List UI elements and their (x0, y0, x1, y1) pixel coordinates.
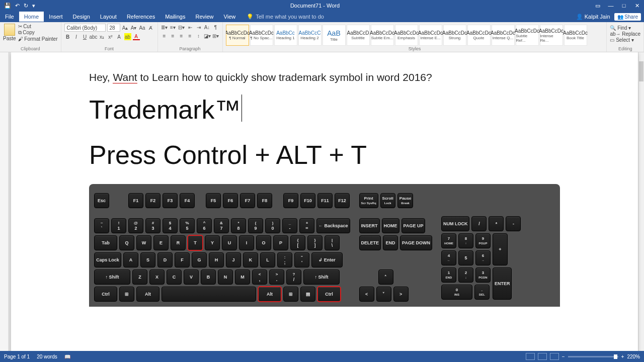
status-page[interactable]: Page 1 of 1 (4, 354, 30, 359)
sort-button[interactable]: A↓ (204, 24, 211, 31)
styles-gallery[interactable]: AaBbCcDc¶ NormalAaBbCcDc¶ No Spac...AaBb… (226, 24, 604, 46)
tab-file[interactable]: File (0, 12, 19, 22)
select-button[interactable]: ▭ Select ▾ (610, 37, 640, 43)
style-intense-q-[interactable]: AaBbCcDcIntense Q... (492, 25, 515, 46)
copy-button[interactable]: ⧉ Copy (18, 30, 58, 36)
justify-button[interactable]: ≡ (187, 32, 194, 39)
align-right-button[interactable]: ≡ (178, 32, 185, 39)
cut-button[interactable]: ✂ Cut (18, 24, 58, 29)
shading-button[interactable]: ◪▾ (204, 32, 211, 39)
style-subtle-ref-[interactable]: AaBbCcDcSubtle Ref... (516, 25, 539, 46)
superscript-button[interactable]: x² (107, 33, 114, 40)
document-text-press[interactable]: Press Control + ALT + T (89, 140, 560, 170)
user-name[interactable]: 👤 Kalpit Jain (576, 14, 610, 20)
style-subtle-em-[interactable]: AaBbCcDcSubtle Em... (371, 25, 394, 46)
key-1: 1END (441, 267, 456, 283)
numbering-button[interactable]: ≡▾ (170, 24, 177, 31)
document-page[interactable]: Hey, Want to Learn how to quickly show t… (11, 52, 638, 351)
underline-button[interactable]: U (82, 33, 89, 40)
read-mode-button[interactable] (526, 353, 535, 360)
tab-design[interactable]: Design (68, 12, 95, 22)
key-u: U (222, 235, 237, 250)
zoom-out-button[interactable]: − (562, 354, 565, 359)
key-8: *8 (231, 218, 246, 233)
key--: > (393, 287, 409, 302)
maximize-icon[interactable]: □ (620, 3, 628, 9)
vertical-scrollbar[interactable] (638, 52, 644, 351)
tab-review[interactable]: Review (191, 12, 219, 22)
grow-font-button[interactable]: A▴ (122, 24, 129, 31)
tab-home[interactable]: Home (19, 12, 44, 22)
tab-insert[interactable]: Insert (44, 12, 68, 22)
key--: / (471, 216, 487, 231)
font-color-button[interactable]: A (133, 33, 140, 40)
document-text-trademark[interactable]: Trademark™ (89, 95, 560, 125)
font-name-combo[interactable]: Calibri (Body) (64, 24, 106, 32)
key-0: )0 (265, 218, 280, 233)
replace-button[interactable]: ab→ Replace (610, 31, 640, 37)
bullets-button[interactable]: ≣▾ (161, 24, 168, 31)
keyboard-image: EscF1F2F3F4F5F6F7F8F9F10F11F12~`!1@2#3$4… (89, 184, 560, 307)
line-spacing-button[interactable]: ↕ (195, 32, 202, 39)
subscript-button[interactable]: x₂ (99, 33, 106, 40)
multilevel-button[interactable]: ⊟▾ (178, 24, 185, 31)
undo-icon[interactable]: ↶ (15, 3, 20, 9)
style-book-title[interactable]: AaBbCcDcBook Title (564, 25, 587, 46)
group-label-font: Font (64, 46, 154, 52)
style-strong[interactable]: AaBbCcDcStrong (443, 25, 466, 46)
shrink-font-button[interactable]: A▾ (130, 24, 137, 31)
zoom-slider[interactable] (568, 356, 618, 357)
highlight-button[interactable]: ab (124, 33, 131, 40)
increase-indent-button[interactable]: ⇥ (195, 24, 202, 31)
zoom-level[interactable]: 220% (627, 354, 640, 359)
document-text-line1[interactable]: Hey, Want to Learn how to quickly show t… (89, 71, 560, 83)
find-button[interactable]: 🔍 Find ▾ (610, 25, 640, 31)
key-y: Y (205, 235, 220, 250)
key-ctrl: Ctrl (317, 287, 341, 302)
style-intense-re-[interactable]: AaBbCcDcIntense Re... (540, 25, 563, 46)
vertical-ruler[interactable] (0, 52, 9, 351)
group-label-clipboard: Clipboard (3, 46, 58, 52)
status-words[interactable]: 20 words (37, 354, 57, 359)
show-marks-button[interactable]: ¶ (212, 24, 219, 31)
style-title[interactable]: AaBTitle (323, 25, 346, 46)
italic-button[interactable]: I (73, 33, 80, 40)
redo-icon[interactable]: ↻ (24, 3, 28, 9)
tab-mailings[interactable]: Mailings (160, 12, 190, 22)
style--normal[interactable]: AaBbCcDc¶ Normal (226, 25, 249, 46)
clear-formatting-button[interactable]: A̸ (147, 24, 154, 31)
ribbon-options-icon[interactable]: ▭ (594, 3, 602, 9)
tab-references[interactable]: References (122, 12, 160, 22)
style-quote[interactable]: AaBbCcDcQuote (467, 25, 491, 46)
align-left-button[interactable]: ≡ (161, 32, 168, 39)
style-subtitle[interactable]: AaBbCcDSubtitle (347, 25, 370, 46)
font-size-combo[interactable]: 28 (107, 24, 120, 32)
change-case-button[interactable]: Aa (139, 24, 146, 31)
tab-view[interactable]: View (219, 12, 241, 22)
style-emphasis[interactable]: AaBbCcDcEmphasis (395, 25, 418, 46)
status-proofing-icon[interactable]: 📖 (64, 354, 70, 359)
tab-layout[interactable]: Layout (95, 12, 122, 22)
share-button[interactable]: 👥 Share (614, 13, 641, 21)
zoom-in-button[interactable]: + (621, 354, 624, 359)
bold-button[interactable]: B (64, 33, 71, 40)
save-icon[interactable]: 💾 (4, 3, 11, 9)
print-layout-button[interactable] (538, 353, 547, 360)
tell-me-search[interactable]: 💡 Tell me what you want to do (247, 14, 324, 20)
style--no-spac-[interactable]: AaBbCcDc¶ No Spac... (250, 25, 273, 46)
text-effects-button[interactable]: A (116, 33, 123, 40)
key-g: G (192, 252, 207, 267)
borders-button[interactable]: ⊞▾ (212, 32, 219, 39)
style-heading-1[interactable]: AaBbCcHeading 1 (274, 25, 297, 46)
web-layout-button[interactable] (550, 353, 559, 360)
style-heading-2[interactable]: AaBbCcCHeading 2 (298, 25, 321, 46)
minimize-icon[interactable]: — (607, 3, 615, 9)
strikethrough-button[interactable]: abc (90, 33, 97, 40)
paste-button[interactable]: Paste (3, 24, 16, 41)
format-painter-button[interactable]: 🖌 Format Painter (18, 36, 58, 42)
decrease-indent-button[interactable]: ⇤ (187, 24, 194, 31)
qat-customize-icon[interactable]: ▾ (32, 3, 35, 9)
align-center-button[interactable]: ≡ (170, 32, 177, 39)
style-intense-e-[interactable]: AaBbCcDcIntense E... (419, 25, 442, 46)
close-icon[interactable]: ✕ (633, 3, 641, 9)
